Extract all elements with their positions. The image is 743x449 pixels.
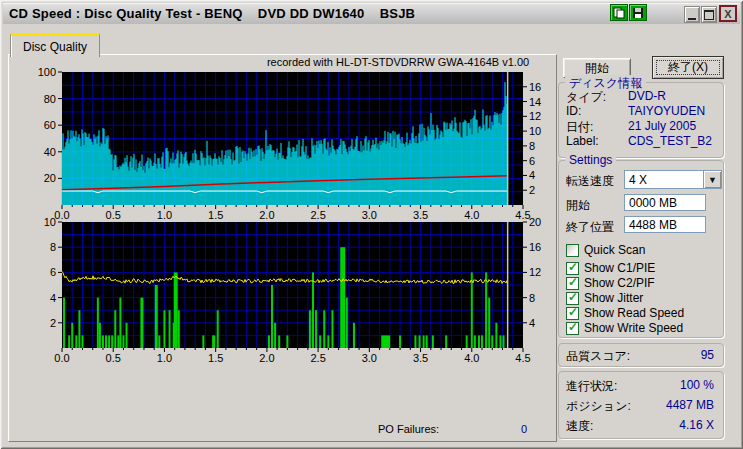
show-jitter-checkbox[interactable] bbox=[566, 292, 579, 305]
quality-score-label: 品質スコア: bbox=[566, 348, 630, 365]
svg-text:4: 4 bbox=[50, 292, 56, 304]
svg-text:1.5: 1.5 bbox=[208, 209, 223, 221]
po-failures-row: PO Failures: 0 bbox=[378, 423, 527, 435]
tab-disc-quality[interactable]: Disc Quality bbox=[10, 33, 100, 57]
speed-select[interactable]: 4 X ▼ bbox=[624, 170, 722, 189]
po-failures-value: 0 bbox=[521, 423, 527, 435]
recorded-with-label: recorded with HL-DT-STDVDRRW GWA-4164B v… bbox=[250, 56, 546, 68]
svg-text:14: 14 bbox=[529, 96, 541, 108]
svg-text:4: 4 bbox=[529, 169, 535, 181]
chevron-down-icon[interactable]: ▼ bbox=[703, 171, 721, 188]
svg-text:4.0: 4.0 bbox=[464, 352, 479, 364]
svg-text:2.5: 2.5 bbox=[310, 209, 325, 221]
svg-text:10: 10 bbox=[44, 216, 56, 228]
quality-charts: 100806040201614121086420.00.51.01.52.02.… bbox=[18, 66, 548, 366]
svg-text:1.0: 1.0 bbox=[157, 352, 172, 364]
svg-text:2.5: 2.5 bbox=[310, 352, 325, 364]
svg-text:20: 20 bbox=[529, 216, 541, 228]
svg-text:4.5: 4.5 bbox=[515, 352, 530, 364]
tab-label: Disc Quality bbox=[23, 40, 87, 54]
svg-text:6: 6 bbox=[50, 266, 56, 278]
svg-text:16: 16 bbox=[529, 241, 541, 253]
svg-text:3.0: 3.0 bbox=[362, 209, 377, 221]
minimize-button[interactable] bbox=[684, 6, 700, 23]
show-read-speed-checkbox-row[interactable]: Show Read Speed bbox=[566, 306, 684, 320]
quality-score-row: 品質スコア: 95 bbox=[566, 348, 714, 365]
svg-text:2: 2 bbox=[50, 317, 56, 329]
svg-text:1.5: 1.5 bbox=[208, 352, 223, 364]
svg-text:4.0: 4.0 bbox=[464, 209, 479, 221]
maximize-icon bbox=[704, 10, 714, 20]
svg-text:1.0: 1.0 bbox=[157, 209, 172, 221]
settings-group-title: Settings bbox=[565, 153, 616, 167]
svg-text:3.5: 3.5 bbox=[413, 209, 428, 221]
speed-label: 転送速度 bbox=[566, 173, 614, 190]
copy-icon bbox=[613, 7, 625, 19]
svg-text:20: 20 bbox=[44, 172, 56, 184]
start-position-label: 開始 bbox=[566, 197, 590, 214]
svg-text:2: 2 bbox=[529, 184, 535, 196]
svg-text:8: 8 bbox=[529, 140, 535, 152]
svg-text:8: 8 bbox=[50, 241, 56, 253]
show-write-speed-checkbox-row[interactable]: Show Write Speed bbox=[566, 321, 683, 335]
quick-scan-label: Quick Scan bbox=[584, 243, 645, 257]
show-jitter-label: Show Jitter bbox=[584, 291, 643, 305]
show-c2-pif-checkbox[interactable] bbox=[566, 277, 579, 290]
exit-button[interactable]: 終了(X) bbox=[652, 56, 724, 79]
show-read-speed-checkbox[interactable] bbox=[566, 307, 579, 320]
quick-scan-checkbox[interactable] bbox=[566, 244, 579, 257]
svg-text:100: 100 bbox=[38, 66, 56, 78]
svg-text:0.5: 0.5 bbox=[106, 209, 121, 221]
save-button[interactable] bbox=[629, 4, 647, 21]
disc-id-row: ID:TAIYOYUDEN bbox=[566, 104, 722, 118]
svg-text:0.0: 0.0 bbox=[54, 209, 69, 221]
show-read-speed-label: Show Read Speed bbox=[584, 306, 684, 320]
po-failures-label: PO Failures: bbox=[378, 423, 439, 435]
position-row: ポジション:4487 MB bbox=[566, 398, 714, 415]
end-position-label: 終了位置 bbox=[566, 219, 614, 236]
show-jitter-checkbox-row[interactable]: Show Jitter bbox=[566, 291, 643, 305]
speed-selected-value: 4 X bbox=[625, 173, 703, 187]
svg-text:3.5: 3.5 bbox=[413, 352, 428, 364]
disc-label-row: Label:CDS_TEST_B2 bbox=[566, 134, 722, 148]
quality-score-value: 95 bbox=[701, 348, 714, 365]
progress-row: 進行状況:100 % bbox=[566, 378, 714, 395]
window-title: CD Speed : Disc Quality Test - BENQ DVD … bbox=[3, 6, 415, 21]
quick-scan-checkbox-row[interactable]: Quick Scan bbox=[566, 243, 645, 257]
minimize-icon bbox=[688, 18, 696, 20]
show-c2-pif-label: Show C2/PIF bbox=[584, 276, 655, 290]
svg-text:40: 40 bbox=[44, 146, 56, 158]
svg-text:80: 80 bbox=[44, 93, 56, 105]
svg-text:16: 16 bbox=[529, 81, 541, 93]
close-button[interactable]: X bbox=[719, 5, 737, 22]
svg-text:0.0: 0.0 bbox=[54, 352, 69, 364]
show-write-speed-label: Show Write Speed bbox=[584, 321, 683, 335]
show-c1-pie-checkbox-row[interactable]: Show C1/PIE bbox=[566, 261, 655, 275]
svg-text:2.0: 2.0 bbox=[259, 352, 274, 364]
svg-text:12: 12 bbox=[529, 266, 541, 278]
show-c2-pif-checkbox-row[interactable]: Show C2/PIF bbox=[566, 276, 655, 290]
svg-text:4: 4 bbox=[529, 317, 535, 329]
svg-text:60: 60 bbox=[44, 119, 56, 131]
copy-to-clipboard-button[interactable] bbox=[610, 4, 628, 21]
show-c1-pie-checkbox[interactable] bbox=[566, 262, 579, 275]
floppy-disk-icon bbox=[632, 7, 644, 19]
app-window: CD Speed : Disc Quality Test - BENQ DVD … bbox=[0, 0, 743, 449]
svg-text:8: 8 bbox=[529, 292, 535, 304]
svg-text:12: 12 bbox=[529, 110, 541, 122]
end-position-input[interactable]: 4488 MB bbox=[624, 216, 706, 233]
svg-text:0.5: 0.5 bbox=[106, 352, 121, 364]
svg-text:6: 6 bbox=[529, 155, 535, 167]
maximize-button[interactable] bbox=[701, 6, 717, 23]
show-c1-pie-label: Show C1/PIE bbox=[584, 261, 655, 275]
start-position-input[interactable]: 0000 MB bbox=[624, 194, 706, 211]
speed-row: 速度:4.16 X bbox=[566, 418, 714, 435]
svg-text:2.0: 2.0 bbox=[259, 209, 274, 221]
svg-text:10: 10 bbox=[529, 125, 541, 137]
svg-text:3.0: 3.0 bbox=[362, 352, 377, 364]
close-icon: X bbox=[724, 8, 731, 20]
show-write-speed-checkbox[interactable] bbox=[566, 322, 579, 335]
